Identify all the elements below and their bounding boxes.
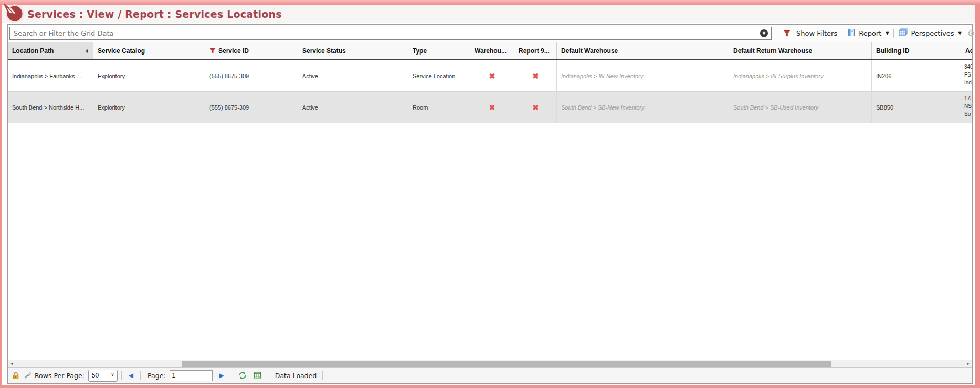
clear-search-icon[interactable]: ✖ [760, 29, 768, 37]
show-filters-button[interactable]: Show Filters [783, 29, 837, 37]
toolbar-divider [893, 29, 894, 38]
column-header-address[interactable]: Ad [961, 42, 972, 59]
cell-default-warehouse: South Bend > SB-New Inventory [557, 92, 729, 123]
cell-location-path: Indianapolis > Fairbanks ... [8, 60, 93, 91]
rows-per-page-select-box: 50 ∨ [88, 370, 118, 382]
page-title: Services : View / Report : Services Loca… [27, 8, 282, 20]
column-header-report9[interactable]: Report 9... [514, 42, 557, 59]
cell-default-return-warehouse: South Bend > SB-Used Inventory [729, 92, 872, 123]
lock-icon[interactable] [12, 372, 19, 380]
column-header-default-warehouse[interactable]: Default Warehouse [557, 42, 729, 59]
cell-default-warehouse: Indianapolis > IN-New Inventory [557, 60, 729, 91]
main-panel: ✖ Show Filters [2, 23, 975, 385]
table-row[interactable]: Indianapolis > Fairbanks ... Exploritory… [8, 60, 972, 92]
rows-per-page-label: Rows Per Page: [35, 372, 85, 380]
search-input[interactable] [9, 27, 772, 40]
export-grid-icon[interactable] [254, 371, 262, 380]
x-mark-icon: ✖ [489, 103, 496, 112]
statusbar-divider [269, 371, 269, 380]
filter-funnel-icon [783, 30, 791, 37]
column-header-service-catalog[interactable]: Service Catalog [93, 42, 205, 59]
perspectives-icon [899, 28, 908, 38]
statusbar-divider [121, 371, 122, 380]
cell-service-status: Active [298, 60, 408, 91]
cell-type: Room [408, 92, 470, 123]
scroll-right-arrow-icon[interactable]: ► [965, 360, 972, 367]
cell-report9-flag: ✖ [514, 92, 557, 123]
toolbar-divider [842, 29, 842, 38]
refresh-icon[interactable] [238, 371, 247, 380]
search-wrap: ✖ [9, 27, 772, 40]
cell-type: Service Location [408, 60, 470, 91]
wrench-icon[interactable] [23, 372, 31, 380]
cell-service-id: (555) 8675-309 [205, 60, 298, 91]
grid-panel: ✖ Show Filters [7, 24, 973, 384]
report-button[interactable]: Report ▼ [847, 28, 889, 38]
cell-default-return-warehouse: Indianapolis > IN-Surplus Inventory [729, 60, 872, 91]
x-mark-icon: ✖ [489, 72, 496, 80]
app-window: Services : View / Report : Services Loca… [0, 0, 980, 388]
report-icon [847, 28, 856, 38]
grid-header-row: Location Path ▲▼ Service Catalog Service… [8, 42, 972, 60]
perspectives-dropdown-caret-icon: ▼ [958, 31, 962, 36]
report-label: Report [859, 29, 881, 37]
cell-service-status: Active [298, 92, 408, 123]
statusbar-divider [231, 371, 231, 380]
sort-icon: ▲▼ [86, 48, 89, 53]
column-header-service-status[interactable]: Service Status [298, 42, 408, 59]
settings-gear-icon[interactable]: ⚙ [967, 29, 975, 38]
statusbar-divider [140, 371, 141, 380]
cell-building-id: SB850 [872, 92, 961, 123]
column-header-default-return-warehouse[interactable]: Default Return Warehouse [729, 42, 872, 59]
grid-empty-area [8, 123, 972, 360]
horizontal-scrollbar[interactable]: ◄ ► [8, 360, 972, 367]
cell-service-catalog: Exploritory [93, 92, 205, 123]
cell-report9-flag: ✖ [514, 60, 557, 91]
app-logo-icon [3, 1, 26, 25]
app-header: Services : View / Report : Services Loca… [2, 5, 975, 23]
toolbar-divider [778, 29, 778, 38]
cell-address: 173 NS So [961, 92, 972, 123]
scrollbar-thumb[interactable] [182, 361, 831, 367]
x-mark-icon: ✖ [532, 72, 539, 80]
previous-page-button[interactable]: ◀ [129, 372, 133, 379]
page-label: Page: [147, 372, 165, 380]
cell-service-catalog: Exploritory [93, 60, 205, 91]
column-header-location-path[interactable]: Location Path ▲▼ [8, 42, 93, 59]
column-filter-funnel-icon [209, 48, 216, 54]
status-bar: Rows Per Page: 50 ∨ ◀ Page: ▶ [8, 367, 972, 383]
x-mark-icon: ✖ [532, 103, 539, 112]
next-page-button[interactable]: ▶ [219, 372, 224, 379]
grid-toolbar: ✖ Show Filters [8, 25, 972, 42]
cell-warehouse-flag: ✖ [470, 60, 514, 91]
cell-warehouse-flag: ✖ [470, 92, 514, 123]
cell-building-id: IN206 [872, 60, 961, 91]
scroll-left-arrow-icon[interactable]: ◄ [8, 360, 15, 367]
cell-address: 340 FS Ind [961, 60, 972, 91]
column-header-type[interactable]: Type [408, 42, 470, 59]
show-filters-label: Show Filters [796, 29, 837, 37]
column-header-building-id[interactable]: Building ID [872, 42, 961, 59]
column-header-service-id[interactable]: Service ID [205, 42, 298, 59]
cell-location-path: South Bend > Northside H... [8, 92, 93, 123]
window-top-border [0, 0, 980, 5]
rows-per-page-select[interactable]: 50 [89, 370, 117, 381]
statusbar-divider [322, 371, 323, 380]
toolbar-right: Show Filters Report [778, 28, 975, 38]
page-number-input[interactable] [170, 370, 213, 381]
report-dropdown-caret-icon: ▼ [886, 31, 889, 36]
column-header-warehouse[interactable]: Warehou... [470, 42, 514, 59]
perspectives-label: Perspectives [911, 29, 954, 37]
table-row[interactable]: South Bend > Northside H... Exploritory … [8, 92, 972, 123]
status-message: Data Loaded [275, 372, 317, 380]
cell-service-id: (555) 8675-309 [205, 92, 298, 123]
perspectives-button[interactable]: Perspectives ▼ [899, 28, 961, 38]
